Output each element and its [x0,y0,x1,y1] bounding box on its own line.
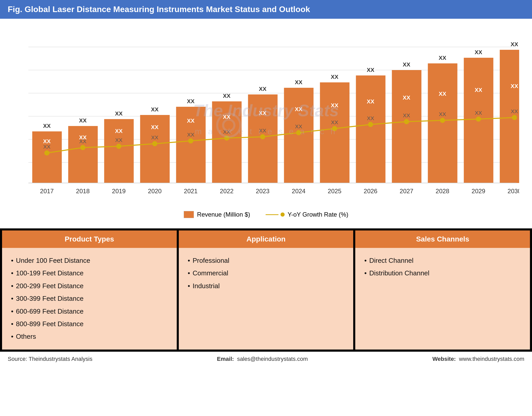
main-container: Fig. Global Laser Distance Measuring Ins… [0,0,532,366]
svg-text:2023: 2023 [256,188,269,195]
dot-2018 [80,145,86,150]
svg-text:2022: 2022 [220,188,234,195]
list-item: Others [11,330,168,343]
chart-legend: Revenue (Million $) Y-oY Growth Rate (%) [13,207,519,223]
svg-text:m a r k e t   r e s e a r c h: m a r k e t r e s e a r c h [195,127,337,136]
svg-text:XX: XX [115,137,122,143]
dot-2026 [368,122,373,127]
footer-website-value: www.theindustrystats.com [459,356,524,362]
footer-source: Source: Theindustrystats Analysis [8,356,92,362]
list-item: 800-899 Feet Distance [11,318,168,330]
bar-2027 [392,70,422,183]
svg-text:XX: XX [367,98,375,105]
svg-text:XX: XX [439,55,446,61]
svg-text:XX: XX [115,110,123,117]
list-item: Distribution Channel [364,267,521,279]
legend-revenue: Revenue (Million $) [184,211,250,218]
legend-revenue-rect [184,211,194,218]
dot-2019 [116,144,122,149]
svg-text:XX: XX [439,91,446,97]
bar-2026 [356,75,386,183]
footer-website-label: Website: [432,356,456,362]
svg-text:XX: XX [439,111,446,117]
panel-sales-channels: Sales Channels Direct Channel Distributi… [355,230,530,350]
dot-2027 [404,119,409,124]
list-item: Commercial [188,267,344,279]
panel-product-types-header: Product Types [2,230,177,248]
chart-area: XX XX XX XX XX XX XX XX XX XX XX XX XX [0,19,532,228]
list-item: Industrial [188,280,344,292]
legend-revenue-label: Revenue (Million $) [197,211,250,218]
list-item: 600-699 Feet Distance [11,305,168,318]
svg-text:XX: XX [151,134,158,140]
list-item: Under 100 Feet Distance [11,254,168,267]
list-item: 100-199 Feet Distance [11,267,168,279]
svg-text:2020: 2020 [148,188,162,195]
svg-text:XX: XX [151,106,159,113]
svg-text:XX: XX [403,61,410,68]
svg-text:2024: 2024 [292,188,305,195]
svg-text:2028: 2028 [436,188,449,195]
sales-channels-list: Direct Channel Distribution Channel [364,254,521,280]
svg-text:2030: 2030 [508,188,519,195]
svg-text:XX: XX [295,79,303,85]
svg-text:2018: 2018 [76,188,90,195]
footer-email-value: sales@theindustrystats.com [237,356,308,362]
legend-growth-line [266,214,278,215]
legend-growth-label: Y-oY Growth Rate (%) [288,211,348,218]
panel-application: Application Professional Commercial Indu… [179,230,353,350]
svg-text:XX: XX [475,87,482,93]
svg-text:XX: XX [79,117,87,124]
chart-header: Fig. Global Laser Distance Measuring Ins… [0,0,532,19]
svg-text:XX: XX [331,74,339,80]
application-list: Professional Commercial Industrial [188,254,344,292]
panel-product-types-content: Under 100 Feet Distance 100-199 Feet Dis… [2,248,177,350]
svg-text:XX: XX [43,123,51,129]
chart-svg: XX XX XX XX XX XX XX XX XX XX XX XX XX [13,26,519,206]
svg-text:XX: XX [187,132,194,138]
svg-text:XX: XX [331,119,338,125]
dot-2030 [512,115,517,120]
list-item: Professional [188,254,344,267]
dot-2029 [476,117,481,122]
list-item: 300-399 Feet Distance [11,292,168,305]
svg-text:XX: XX [151,124,159,130]
svg-text:XX: XX [367,115,374,121]
svg-text:XX: XX [403,112,410,118]
svg-text:2025: 2025 [328,188,341,195]
panel-sales-channels-content: Direct Channel Distribution Channel [355,248,530,286]
footer-website: Website: www.theindustrystats.com [432,356,524,362]
svg-text:XX: XX [259,86,267,92]
svg-text:The Industry Stats: The Industry Stats [193,101,339,120]
panel-product-types: Product Types Under 100 Feet Distance 10… [2,230,177,350]
svg-text:XX: XX [79,138,86,144]
panel-application-content: Professional Commercial Industrial [179,248,353,299]
svg-text:2017: 2017 [40,188,54,195]
panel-application-header: Application [179,230,353,248]
svg-text:XX: XX [511,83,518,89]
chart-title: Fig. Global Laser Distance Measuring Ins… [8,5,310,14]
svg-text:2019: 2019 [112,188,126,195]
bar-2028 [428,63,458,183]
legend-line-container [266,212,285,217]
svg-text:XX: XX [511,41,518,47]
list-item: 200-299 Feet Distance [11,280,168,292]
panel-sales-channels-header: Sales Channels [355,230,530,248]
dot-2028 [440,118,445,123]
svg-text:XX: XX [475,110,482,116]
svg-text:2021: 2021 [184,188,198,195]
svg-text:XX: XX [475,49,482,55]
dot-2020 [152,141,157,146]
svg-text:2026: 2026 [364,188,377,195]
dot-2017 [44,150,50,156]
svg-text:2029: 2029 [472,188,485,195]
list-item: Direct Channel [364,254,521,267]
bottom-section: Product Types Under 100 Feet Distance 10… [0,228,532,352]
svg-text:XX: XX [403,94,410,101]
svg-text:XX: XX [43,144,50,150]
product-types-list: Under 100 Feet Distance 100-199 Feet Dis… [11,254,168,343]
svg-text:XX: XX [511,108,518,114]
svg-text:XX: XX [115,128,123,134]
svg-text:XX: XX [223,93,231,99]
footer-email-label: Email: [217,356,234,362]
